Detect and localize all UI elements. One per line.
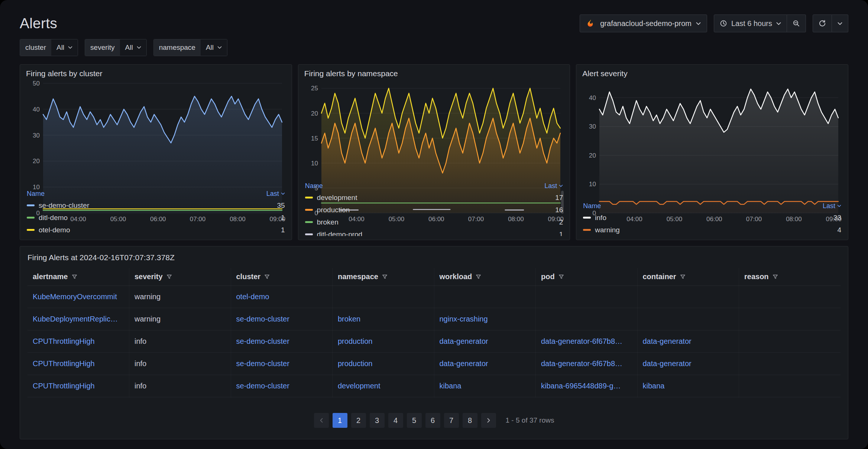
cell-link-namespace[interactable]: production — [338, 359, 372, 368]
filter-value-dropdown[interactable]: All — [120, 39, 146, 56]
legend-item[interactable]: ditl-demo 1 — [26, 211, 286, 224]
column-header-workload[interactable]: workload — [434, 268, 536, 286]
pagination: 12345678 1 - 5 of 37 rows — [27, 413, 841, 434]
filter-icon[interactable] — [558, 274, 564, 280]
cell-link-cluster[interactable]: se-demo-cluster — [236, 382, 289, 390]
legend-item[interactable]: se-demo-cluster 35 — [26, 199, 286, 211]
panel-title[interactable]: Alert severity — [582, 69, 842, 78]
cell-link-workload[interactable]: kibana — [440, 382, 461, 390]
axis-tick-label: 10 — [589, 181, 596, 188]
page-button-5[interactable]: 5 — [407, 413, 422, 428]
cell-link-pod[interactable]: kibana-6965448d89-g… — [541, 382, 621, 390]
cell-link-cluster[interactable]: se-demo-cluster — [236, 337, 289, 345]
legend-item[interactable]: otel-demo 1 — [26, 224, 286, 236]
cell-link-namespace[interactable]: production — [338, 337, 372, 345]
cell-link-alertname[interactable]: CPUThrottlingHigh — [33, 382, 95, 390]
cell-link-namespace[interactable]: development — [338, 382, 380, 390]
page-button-2[interactable]: 2 — [351, 413, 366, 428]
filter-icon[interactable] — [772, 274, 778, 280]
series-name[interactable]: ditl-demo-prod — [317, 230, 555, 236]
panel-title[interactable]: Firing alerts by namespace — [304, 69, 564, 78]
legend-item[interactable]: ditl-demo-prod 1 — [304, 228, 564, 236]
column-header-alertname[interactable]: alertname — [27, 268, 129, 286]
legend-item[interactable]: broken 2 — [304, 216, 564, 228]
legend-item[interactable]: info 33 — [582, 211, 842, 224]
column-header-cluster[interactable]: cluster — [231, 268, 333, 286]
series-name[interactable]: warning — [595, 226, 833, 234]
legend-item[interactable]: development 17 — [304, 191, 564, 204]
cell-link-workload[interactable]: data-generator — [440, 337, 488, 345]
legend-item[interactable]: production 16 — [304, 204, 564, 216]
cell-link-alertname[interactable]: CPUThrottlingHigh — [33, 359, 95, 368]
filter-value-dropdown[interactable]: All — [201, 39, 227, 56]
series-color-swatch — [305, 209, 313, 211]
datasource-picker[interactable]: grafanacloud-sedemo-prom — [580, 14, 707, 32]
filter-icon[interactable] — [166, 274, 172, 280]
previous-page-button[interactable] — [314, 413, 329, 428]
cell-container: data-generator — [637, 353, 739, 375]
filter-cluster: cluster All — [20, 39, 78, 56]
cell-link-cluster[interactable]: se-demo-cluster — [236, 359, 289, 368]
filter-value-dropdown[interactable]: All — [51, 39, 78, 56]
filter-icon[interactable] — [71, 274, 78, 280]
page-button-8[interactable]: 8 — [463, 413, 477, 428]
refresh-interval-dropdown[interactable] — [832, 14, 848, 32]
filter-icon[interactable] — [382, 274, 388, 280]
cell-link-container[interactable]: data-generator — [643, 359, 692, 368]
column-header-pod[interactable]: pod — [536, 268, 638, 286]
cell-link-pod[interactable]: data-generator-6f67b8… — [541, 359, 622, 368]
cell-namespace — [333, 286, 434, 308]
refresh-button[interactable] — [813, 14, 832, 32]
cell-link-alertname[interactable]: CPUThrottlingHigh — [33, 337, 95, 345]
column-header-container[interactable]: container — [637, 268, 739, 286]
cell-link-cluster[interactable]: otel-demo — [236, 293, 269, 301]
series-name[interactable]: development — [317, 194, 551, 202]
chart-area[interactable]: 0102030405004:0005:0006:0007:0008:0009:0… — [26, 80, 286, 187]
cell-link-pod[interactable]: data-generator-6f67b8… — [541, 337, 622, 345]
refresh-icon — [819, 20, 826, 27]
cell-link-workload[interactable]: nginx-crashing — [440, 315, 488, 323]
legend-scrollbar[interactable] — [561, 191, 564, 214]
column-header-reason[interactable]: reason — [739, 268, 841, 286]
column-header-namespace[interactable]: namespace — [333, 268, 434, 286]
legend-name-header[interactable]: Name — [305, 182, 323, 190]
cell-alertname: CPUThrottlingHigh — [27, 375, 129, 397]
legend-item[interactable]: warning 4 — [582, 224, 842, 236]
legend-last-header[interactable]: Last — [266, 190, 285, 198]
series-name[interactable]: otel-demo — [39, 226, 277, 234]
series-name[interactable]: ditl-demo — [39, 214, 277, 222]
zoom-out-button[interactable] — [787, 14, 806, 32]
legend-last-header[interactable]: Last — [823, 202, 841, 210]
page-button-1[interactable]: 1 — [333, 413, 347, 428]
page-button-4[interactable]: 4 — [388, 413, 403, 428]
legend-last-header[interactable]: Last — [544, 182, 563, 190]
legend-name-header[interactable]: Name — [27, 190, 45, 198]
cell-link-namespace[interactable]: broken — [338, 315, 360, 323]
filter-icon[interactable] — [475, 274, 482, 280]
legend-name-header[interactable]: Name — [583, 202, 601, 210]
page-button-6[interactable]: 6 — [425, 413, 440, 428]
cell-link-alertname[interactable]: KubeMemoryOvercommit — [33, 293, 117, 301]
series-name[interactable]: production — [317, 206, 551, 214]
cell-link-container[interactable]: kibana — [643, 382, 665, 390]
next-page-button[interactable] — [481, 413, 496, 428]
panel-title[interactable]: Firing alerts by cluster — [26, 69, 286, 78]
series-name[interactable]: se-demo-cluster — [39, 201, 273, 210]
page-button-3[interactable]: 3 — [370, 413, 385, 428]
table-row: CPUThrottlingHighinfose-demo-clusterprod… — [27, 330, 841, 353]
series-name[interactable]: info — [595, 214, 829, 222]
cell-link-cluster[interactable]: se-demo-cluster — [236, 315, 289, 323]
cell-link-alertname[interactable]: KubeDeploymentReplic… — [33, 315, 118, 323]
chart-area[interactable]: 051015202504:0005:0006:0007:0008:0009:00 — [304, 80, 564, 180]
series-name[interactable]: broken — [317, 218, 555, 226]
chart-area[interactable]: 01020304004:0005:0006:0007:0008:0009:00 — [582, 80, 842, 200]
filter-icon[interactable] — [680, 274, 686, 280]
filter-icon[interactable] — [264, 274, 270, 280]
time-range-picker[interactable]: Last 6 hours — [714, 14, 787, 32]
cell-workload: data-generator — [434, 353, 536, 375]
table-panel-title[interactable]: Firing Alerts at 2024-02-16T07:07:37.378… — [27, 253, 841, 262]
cell-link-workload[interactable]: data-generator — [440, 359, 488, 368]
page-button-7[interactable]: 7 — [444, 413, 459, 428]
column-header-severity[interactable]: severity — [129, 268, 231, 286]
cell-link-container[interactable]: data-generator — [643, 337, 692, 345]
